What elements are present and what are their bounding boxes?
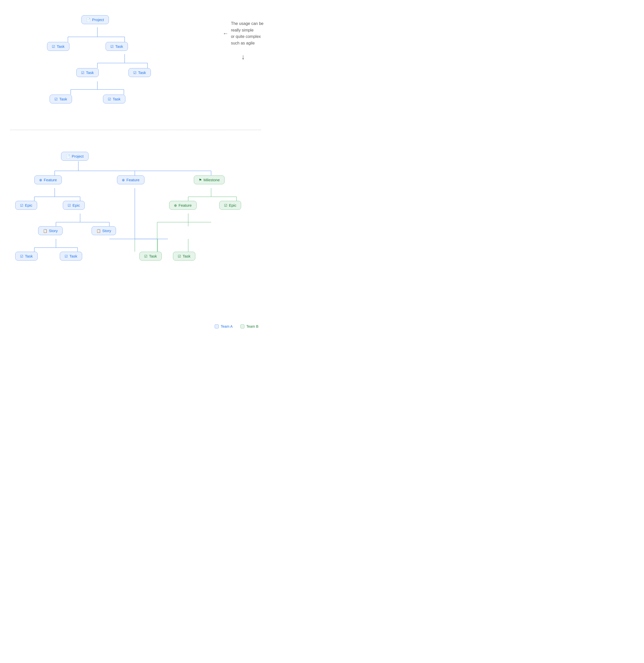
d1-task1-node: ☑ Task: [47, 42, 69, 51]
epic2-label: Epic: [72, 203, 80, 207]
d2-project-node: 📄 Project: [61, 152, 89, 161]
annotation-line2: really simple: [231, 27, 264, 33]
task4-label: Task: [183, 254, 191, 258]
task4-label: Task: [138, 70, 146, 75]
d2-feature3-node: ⊕ Feature: [169, 201, 197, 210]
d1-task3-node: ☑ Task: [76, 68, 99, 77]
d2-epic3-node: ☑ Epic: [219, 201, 241, 210]
d2-project-label: Project: [72, 154, 84, 158]
d2-milestone-node: ⚑ Milestone: [194, 176, 225, 184]
diagram2-connectors: [0, 138, 271, 336]
d1-project-node: 📄 Project: [82, 15, 109, 24]
feature3-label: Feature: [179, 203, 192, 207]
project-label: Project: [92, 18, 104, 22]
d1-task5-node: ☑ Task: [50, 95, 72, 104]
d2-feature2-node: ⊕ Feature: [117, 176, 145, 184]
epic3-label: Epic: [229, 203, 236, 207]
d2-task2-node: ☑ Task: [60, 252, 82, 260]
legend-team-a: Team A: [215, 324, 233, 328]
feature1-icon: ⊕: [39, 178, 42, 182]
legend-box-green: [240, 324, 244, 328]
annotation-line3: or quite complex: [231, 33, 264, 40]
legend-team-a-label: Team A: [221, 324, 233, 328]
d2-story2-node: 📋 Story: [92, 226, 116, 235]
task5-label: Task: [59, 97, 67, 101]
d2-epic1-node: ☑ Epic: [15, 201, 37, 210]
task2-icon: ☑: [110, 45, 114, 49]
task3-icon: ☑: [144, 254, 148, 258]
annotation: ← The usage can be really simple or quit…: [223, 20, 264, 63]
task3-label: Task: [86, 70, 94, 75]
d2-project-icon: 📄: [66, 154, 70, 158]
epic1-label: Epic: [25, 203, 32, 207]
legend-box-blue: [215, 324, 219, 328]
legend: Team A Team B: [215, 324, 259, 328]
task3-label: Task: [149, 254, 157, 258]
story2-label: Story: [102, 229, 111, 233]
d2-story1-node: 📋 Story: [38, 226, 63, 235]
feature1-label: Feature: [44, 178, 57, 182]
d1-task6-node: ☑ Task: [103, 95, 126, 104]
epic2-icon: ☑: [68, 203, 71, 207]
story1-icon: 📋: [43, 229, 47, 233]
diagram-simple: 📄 Project ☑ Task ☑ Task ☑ Task ☑ Task ☑ …: [0, 0, 271, 122]
story2-icon: 📋: [96, 229, 101, 233]
d2-task2-icon: ☑: [65, 254, 68, 258]
task6-icon: ☑: [108, 97, 111, 101]
d2-task4-node: ☑ Task: [173, 252, 195, 260]
epic3-icon: ☑: [224, 203, 227, 207]
milestone-icon: ⚑: [199, 178, 202, 182]
story1-label: Story: [49, 229, 58, 233]
d2-task1-node: ☑ Task: [15, 252, 38, 260]
task6-label: Task: [113, 97, 120, 101]
d2-task1-label: Task: [25, 254, 33, 258]
feature3-icon: ⊕: [174, 203, 177, 207]
task2-label: Task: [115, 44, 123, 49]
milestone-label: Milestone: [203, 178, 220, 182]
epic1-icon: ☑: [20, 203, 23, 207]
annotation-line1: The usage can be: [231, 20, 264, 27]
annotation-line4: such as agile: [231, 40, 264, 47]
task1-label: Task: [57, 44, 65, 49]
d1-task2-node: ☑ Task: [106, 42, 128, 51]
diagram-complex: 📄 Project ⊕ Feature ⊕ Feature ⚑ Mileston…: [0, 138, 271, 336]
task4-icon: ☑: [178, 254, 181, 258]
d2-epic2-node: ☑ Epic: [63, 201, 85, 210]
section-divider: [10, 130, 261, 130]
legend-team-b-label: Team B: [246, 324, 259, 328]
task3-icon: ☑: [81, 71, 85, 75]
legend-team-b: Team B: [240, 324, 259, 328]
feature2-label: Feature: [127, 178, 140, 182]
d2-task3-node: ☑ Task: [139, 252, 162, 260]
d1-task4-node: ☑ Task: [129, 68, 151, 77]
d2-task1-icon: ☑: [20, 254, 23, 258]
project-icon: 📄: [86, 18, 91, 22]
task5-icon: ☑: [54, 97, 58, 101]
task4-icon: ☑: [133, 71, 137, 75]
d2-task2-label: Task: [69, 254, 77, 258]
feature2-icon: ⊕: [122, 178, 125, 182]
task1-icon: ☑: [52, 45, 55, 49]
d2-feature1-node: ⊕ Feature: [34, 176, 62, 184]
